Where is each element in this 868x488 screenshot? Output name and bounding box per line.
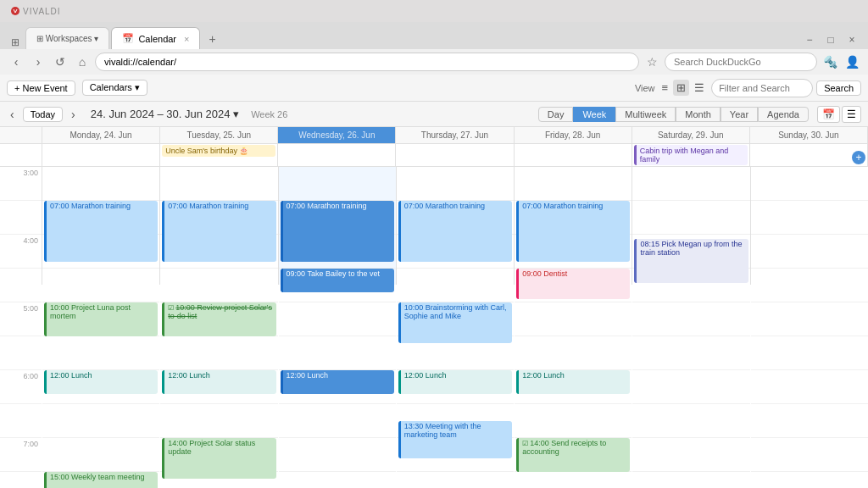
day-headers: Monday, 24. Jun Tuesday, 25. Jun Wednesd… (0, 127, 868, 144)
search-button[interactable]: Search (816, 80, 861, 96)
day-col-tue: 07:00 Marathon training ☑10:00 Review pr… (160, 167, 278, 285)
day-col-thu: 07:00 Marathon training 10:00 Brainstorm… (397, 167, 515, 285)
browser-search-input[interactable] (665, 53, 817, 71)
allday-col-fri (515, 144, 632, 166)
day-header-thu: Thursday, 27. Jun (396, 127, 514, 143)
new-event-button[interactable]: + New Event (7, 80, 75, 96)
tab-bar: ⊞ ⊞ Workspaces ▾ 📅 Calendar × + − □ × (0, 22, 868, 49)
grid-view-icon[interactable]: ⊞ (673, 80, 689, 96)
fri-receipts-event[interactable]: ☑14:00 Send receipts to accounting (516, 438, 630, 472)
day-view-tab[interactable]: Day (538, 107, 574, 122)
wed-marathon-event[interactable]: 07:00 Marathon training (281, 201, 394, 262)
mon-weekly-event[interactable]: 15:00 Weekly team meeting (44, 472, 158, 488)
allday-cols: Uncle Sam's birthday 🎂 Cabin trip with M… (42, 144, 868, 166)
sidebar-toggle-button[interactable]: ⊞ (7, 36, 24, 49)
fri-dentist-event[interactable]: 09:00 Dentist (516, 269, 630, 299)
sat-megan-event[interactable]: 08:15 Pick Megan up from the train stati… (634, 239, 748, 283)
allday-col-thu (396, 144, 514, 166)
day-col-fri: 07:00 Marathon training 09:00 Dentist 12… (515, 167, 632, 285)
filter-search-input[interactable] (711, 79, 813, 97)
calendar-grid: Monday, 24. Jun Tuesday, 25. Jun Wednesd… (0, 127, 868, 488)
mon-lunch-event[interactable]: 12:00 Lunch (44, 370, 158, 394)
tue-solar-event[interactable]: 14:00 Project Solar status update (162, 438, 275, 479)
thu-brainstorm-event[interactable]: 10:00 Brainstorming with Carl, Sophie an… (398, 302, 512, 343)
day-col-sat: 08:15 Pick Megan up from the train stati… (632, 167, 750, 285)
mon-marathon-event[interactable]: 07:00 Marathon training (44, 201, 158, 262)
bookmark-button[interactable]: ☆ (643, 53, 661, 71)
minimize-button[interactable]: − (800, 30, 819, 49)
browser-top-bar: VIVALDI (0, 0, 868, 22)
birthday-event[interactable]: Uncle Sam's birthday 🎂 (162, 145, 275, 157)
vivaldi-label: VIVALDI (23, 7, 61, 16)
calendar-body: 0:00 1:00 2:00 3:00 4:00 5:00 6:00 7:00 … (0, 167, 868, 488)
month-view-tab[interactable]: Month (676, 107, 721, 122)
tue-lunch-event[interactable]: 12:00 Lunch (162, 370, 275, 394)
home-button[interactable]: ⌂ (73, 53, 92, 71)
multiweek-view-tab[interactable]: Multiweek (615, 107, 676, 122)
fri-marathon-event[interactable]: 07:00 Marathon training (516, 201, 630, 262)
tab-close-icon[interactable]: × (184, 34, 189, 44)
list-view-icon[interactable]: ≡ (659, 80, 672, 96)
address-input[interactable] (95, 53, 639, 71)
allday-gutter (0, 144, 42, 166)
day-header-wed: Wednesday, 26. Jun (278, 127, 396, 143)
year-view-tab[interactable]: Year (721, 107, 758, 122)
day-header-tue: Tuesday, 25. Jun (160, 127, 278, 143)
date-range-label: 24. Jun 2024 – 30. Jun 2024 ▾ (91, 108, 239, 120)
allday-col-sun: + (750, 144, 868, 166)
view-icons: ≡ ⊞ ☰ (659, 80, 709, 96)
new-tab-button[interactable]: + (202, 29, 222, 49)
time-column: 0:00 1:00 2:00 3:00 4:00 5:00 6:00 7:00 … (0, 167, 42, 285)
compact-view-icon[interactable]: ☰ (691, 80, 708, 96)
extensions-button[interactable]: 🔩 (821, 53, 839, 71)
thu-lunch-event[interactable]: 12:00 Lunch (398, 370, 512, 394)
cabin-trip-event[interactable]: Cabin trip with Megan and family (634, 145, 748, 165)
day-header-mon: Monday, 24. Jun (42, 127, 160, 143)
reload-button[interactable]: ↺ (51, 53, 70, 71)
address-bar-row: ‹ › ↺ ⌂ ☆ 🔩 👤 (0, 49, 868, 75)
view-label: View (635, 83, 655, 93)
mon-luna-event[interactable]: 10:00 Project Luna post mortem (44, 302, 158, 336)
time-gutter (0, 127, 42, 143)
today-button[interactable]: Today (23, 107, 63, 122)
allday-col-sat: Cabin trip with Megan and family (632, 144, 750, 166)
wed-vet-event[interactable]: 09:00 Take Bailey to the vet (281, 269, 394, 292)
agenda-view-tab[interactable]: Agenda (758, 107, 809, 122)
fri-lunch-event[interactable]: 12:00 Lunch (516, 370, 630, 394)
week-view-tab[interactable]: Week (573, 107, 615, 122)
view-tab-icons: 📅 ☰ (817, 106, 861, 123)
thu-marketing-event[interactable]: 13:30 Meeting with the marketing team (398, 421, 512, 458)
next-week-button[interactable]: › (68, 106, 79, 123)
maximize-button[interactable]: □ (821, 30, 840, 49)
add-event-sun-button[interactable]: + (852, 151, 865, 164)
view-toggles: View ≡ ⊞ ☰ Search (635, 79, 861, 97)
prev-week-button[interactable]: ‹ (7, 106, 18, 123)
tue-marathon-event[interactable]: 07:00 Marathon training (162, 201, 275, 262)
tue-review-event[interactable]: ☑10:00 Review project Solar's to-do list (162, 302, 275, 336)
calendar-tab-active[interactable]: 📅 Calendar × (111, 27, 200, 49)
vivaldi-brand: VIVALDI (10, 6, 61, 16)
allday-col-tue: Uncle Sam's birthday 🎂 (160, 144, 278, 166)
profile-button[interactable]: 👤 (843, 53, 861, 71)
wed-lunch-event[interactable]: 12:00 Lunch (281, 370, 394, 394)
day-header-sun: Sunday, 30. Jun (750, 127, 868, 143)
allday-col-mon (42, 144, 160, 166)
thu-marathon-event[interactable]: 07:00 Marathon training (398, 201, 512, 262)
list-icon-btn[interactable]: ☰ (842, 106, 861, 123)
calendar-icon-btn[interactable]: 📅 (817, 106, 840, 123)
allday-col-wed (278, 144, 396, 166)
forward-button[interactable]: › (29, 53, 47, 71)
day-header-sat: Saturday, 29. Jun (632, 127, 750, 143)
week-label: Week 26 (251, 109, 287, 119)
day-header-fri: Friday, 28. Jun (515, 127, 632, 143)
calendar-tab[interactable]: ⊞ Workspaces ▾ (25, 27, 109, 49)
day-columns: 07:00 Marathon training 10:00 Project Lu… (42, 167, 868, 285)
day-col-sun (751, 167, 868, 285)
close-button[interactable]: × (843, 30, 861, 49)
day-col-wed: 07:00 Marathon training 09:00 Take Baile… (279, 167, 397, 285)
calendars-button[interactable]: Calendars ▾ (82, 80, 147, 96)
tab-icon: 📅 (122, 33, 134, 44)
back-button[interactable]: ‹ (7, 53, 25, 71)
day-col-mon: 07:00 Marathon training 10:00 Project Lu… (42, 167, 160, 285)
tab-title: Calendar (138, 34, 176, 44)
